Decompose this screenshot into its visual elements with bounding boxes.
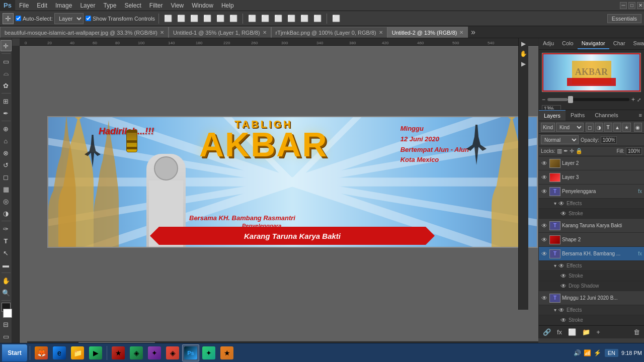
stroke-vis-bersama[interactable]: 👁 xyxy=(560,273,567,280)
stroke-vis-minggu[interactable]: 👁 xyxy=(560,317,567,324)
align-top-btn[interactable]: ⬜ xyxy=(202,14,213,23)
effects-collapse-arrow[interactable]: ▾ xyxy=(554,201,556,206)
layer-item-layer2[interactable]: 👁 Layer 2 xyxy=(539,156,644,170)
tab-1[interactable]: Untitled-1 @ 35% (Layer 1, RGB/8) ✕ xyxy=(169,27,271,38)
layers-tab-channels[interactable]: Channels xyxy=(590,110,623,121)
filter-toggle[interactable]: ◉ xyxy=(634,123,642,132)
filter-type-icon[interactable]: T xyxy=(604,123,612,132)
zoom-out-icon[interactable]: − xyxy=(542,96,545,103)
zoom-value-input[interactable]: 13% xyxy=(542,105,561,110)
layers-panel-menu[interactable]: ≡ xyxy=(637,110,644,121)
layer-effects-vis-bersama[interactable]: 👁 xyxy=(558,262,565,269)
language-btn[interactable]: EN xyxy=(605,349,618,357)
maximize-btn[interactable]: □ xyxy=(628,2,635,9)
align-center-v-btn[interactable]: ⬜ xyxy=(215,14,226,23)
path-selection-tool[interactable]: ↖ xyxy=(1,247,12,258)
panel-tab-navigator[interactable]: Navigator xyxy=(578,38,609,49)
layer-visibility-minggu[interactable]: 👁 xyxy=(541,295,548,302)
filter-pixel-icon[interactable]: ◻ xyxy=(586,123,594,132)
panel-tab-char[interactable]: Char xyxy=(609,38,629,49)
tabs-arrow[interactable]: » xyxy=(468,27,478,38)
lock-paint-icon[interactable]: ✒ xyxy=(564,148,568,154)
delete-layer-btn[interactable]: 🗑 xyxy=(631,327,642,337)
dropshadow-vis-bersama[interactable]: 👁 xyxy=(560,283,567,290)
clone-stamp-tool[interactable]: ⊗ xyxy=(1,147,12,158)
auto-select-checkbox[interactable] xyxy=(16,16,21,21)
align-right-btn[interactable]: ⬜ xyxy=(189,14,200,23)
tab-3[interactable]: Untitled-2 @ 13% (RGB/8) ✕ xyxy=(387,27,468,38)
taskbar-ie[interactable]: e xyxy=(51,344,68,361)
new-layer-btn[interactable]: + xyxy=(594,327,602,337)
add-style-btn[interactable]: fx xyxy=(555,327,564,337)
distribute-top-btn[interactable]: ⬜ xyxy=(286,14,297,23)
start-button[interactable]: Start xyxy=(2,344,27,361)
filter-shape-icon[interactable]: ▲ xyxy=(613,123,621,132)
lock-transparent-icon[interactable]: ▥ xyxy=(557,148,562,154)
menu-window[interactable]: Window xyxy=(188,1,217,10)
effects-collapse-arrow-bersama[interactable]: ▾ xyxy=(554,263,556,268)
menu-file[interactable]: File xyxy=(15,1,33,10)
layer-visibility-layer3[interactable]: 👁 xyxy=(541,174,548,181)
menu-layer[interactable]: Layer xyxy=(76,1,99,10)
dodge-tool[interactable]: ◑ xyxy=(1,208,12,219)
eyedropper-tool[interactable]: ✒ xyxy=(1,108,12,119)
marquee-tool[interactable]: ▭ xyxy=(1,56,12,67)
lock-move-icon[interactable]: ✛ xyxy=(570,148,574,154)
brush-tool[interactable]: ⌂ xyxy=(1,135,12,146)
blur-tool[interactable]: ◎ xyxy=(1,196,12,207)
arrange-btn[interactable]: ⬜ xyxy=(331,14,342,23)
layer-item-bersama-kh[interactable]: 👁 T Bersama KH. Bambang ... fx xyxy=(539,247,644,261)
taskbar-app-1[interactable]: ★ xyxy=(110,344,127,361)
panel-tab-adju[interactable]: Adju xyxy=(539,38,558,49)
layer-visibility-penyelenggara[interactable]: 👁 xyxy=(541,188,548,195)
taskbar-ps-active[interactable]: Ps xyxy=(182,344,199,361)
shape-tool[interactable]: ▬ xyxy=(1,259,12,270)
layer-visibility-layer2[interactable]: 👁 xyxy=(541,160,548,167)
filter-adj-icon[interactable]: ◑ xyxy=(595,123,603,132)
tab-3-close[interactable]: ✕ xyxy=(459,30,463,35)
taskbar-app-2[interactable]: ◈ xyxy=(128,344,145,361)
filter-kind-select[interactable]: Kind xyxy=(556,123,584,132)
layers-tab-paths[interactable]: Paths xyxy=(566,110,590,121)
layer-item-penyelenggara[interactable]: 👁 T Penyelenggara fx xyxy=(539,185,644,199)
distribute-center-h-btn[interactable]: ⬜ xyxy=(260,14,271,23)
blend-mode-select[interactable]: Normal xyxy=(541,135,579,144)
canvas-scroll[interactable]: Hadirilah...!!! TABLIGH AKBAR xyxy=(20,46,538,347)
hand-tool[interactable]: ✋ xyxy=(1,275,12,286)
effects-collapse-arrow-minggu[interactable]: ▾ xyxy=(554,307,556,313)
adjustments-icon[interactable]: ▶ xyxy=(520,40,527,47)
menu-select[interactable]: Select xyxy=(120,1,145,10)
healing-brush-tool[interactable]: ⊕ xyxy=(1,123,12,134)
move-tool-options[interactable]: ✛ xyxy=(3,13,14,24)
distribute-bottom-btn[interactable]: ⬜ xyxy=(312,14,323,23)
taskbar-app-4[interactable]: ◈ xyxy=(164,344,181,361)
menu-filter[interactable]: Filter xyxy=(145,1,167,10)
quick-mask-tool[interactable]: ⊟ xyxy=(1,319,12,330)
new-group-btn[interactable]: 📁 xyxy=(580,327,592,337)
tab-1-close[interactable]: ✕ xyxy=(263,30,267,35)
show-transform-checkbox[interactable] xyxy=(86,16,91,21)
gradient-tool[interactable]: ▦ xyxy=(1,184,12,195)
taskbar-app-6[interactable]: ★ xyxy=(218,344,235,361)
layer-effects-vis[interactable]: 👁 xyxy=(558,200,565,207)
taskbar-media-player[interactable]: ▶ xyxy=(87,344,104,361)
menu-help[interactable]: Help xyxy=(217,1,238,10)
distribute-right-btn[interactable]: ⬜ xyxy=(273,14,284,23)
menu-view[interactable]: View xyxy=(167,1,188,10)
tab-2-close[interactable]: ✕ xyxy=(379,30,383,35)
align-bottom-btn[interactable]: ⬜ xyxy=(228,14,239,23)
lock-all-icon[interactable]: 🔒 xyxy=(576,148,583,154)
quick-select-tool[interactable]: ✿ xyxy=(1,80,12,91)
layers-tab-layers[interactable]: Layers xyxy=(539,110,566,121)
filter-smart-icon[interactable]: ★ xyxy=(622,123,630,132)
layer-item-layer3[interactable]: 👁 Layer 3 xyxy=(539,170,644,185)
background-color[interactable] xyxy=(3,309,12,318)
essentials-btn[interactable]: Essentials xyxy=(607,14,641,23)
tab-2[interactable]: rTjrnkBac.png @ 100% (Layer 0, RGB/8) ✕ xyxy=(271,27,387,38)
distribute-center-v-btn[interactable]: ⬜ xyxy=(299,14,310,23)
stroke-vis-penyelenggara[interactable]: 👁 xyxy=(560,210,567,217)
crop-tool[interactable]: ⊞ xyxy=(1,96,12,107)
align-center-h-btn[interactable]: ⬜ xyxy=(176,14,187,23)
layer-item-minggu[interactable]: 👁 T Minggu 12 Juni 2020 B... xyxy=(539,291,644,305)
layer-effects-vis-minggu[interactable]: 👁 xyxy=(558,307,565,314)
